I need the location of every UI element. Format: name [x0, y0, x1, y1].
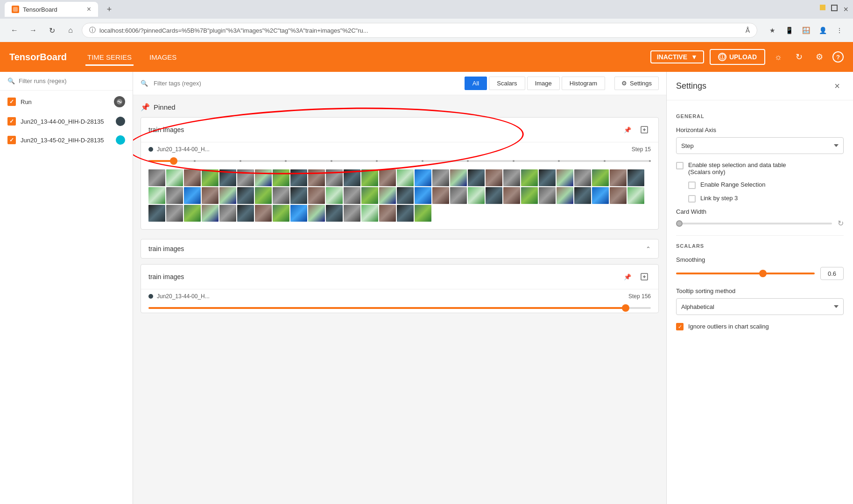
filter-histogram-button[interactable]: Histogram [562, 77, 605, 90]
settings-panel-button[interactable]: ⚙ Settings [614, 77, 659, 90]
pin-card-icon-2[interactable]: 📌 [621, 270, 634, 283]
expand-card-icon-2[interactable] [638, 270, 651, 283]
step-slider-2[interactable] [148, 307, 651, 309]
extension-icon[interactable]: 📱 [783, 24, 796, 37]
address-bar[interactable]: ⓘ localhost:6006/?pinnedCards=%5B%7B"plu… [82, 23, 757, 38]
expand-card-icon-1[interactable] [638, 123, 651, 136]
home-button[interactable]: ⌂ [63, 23, 78, 38]
topnav-logo: TensorBoard [9, 52, 67, 63]
image-cell [432, 187, 449, 204]
tab-close-button[interactable]: × [87, 5, 91, 14]
ignore-outliers-checkbox[interactable] [676, 323, 684, 330]
refresh-button[interactable]: ↻ [44, 23, 59, 38]
image-cell [361, 187, 378, 204]
maximize-button[interactable] [831, 5, 838, 11]
image-cell [503, 187, 520, 204]
tab-title: TensorBoard [23, 6, 57, 13]
run-color-dot-1 [116, 117, 125, 126]
settings-close-button[interactable]: × [831, 79, 844, 92]
smoothing-slider[interactable] [676, 273, 815, 274]
link-by-step-checkbox[interactable] [688, 195, 696, 203]
image-cell [290, 169, 307, 186]
pinned-card-2: train images 📌 Jun20_13-44-00_H... [141, 264, 659, 313]
profile-icon[interactable]: 👤 [816, 24, 829, 37]
address-info-icon: ⓘ [89, 26, 96, 35]
menu-icon[interactable]: ⋮ [833, 24, 846, 37]
tab-favicon [12, 6, 19, 13]
step-dot [513, 160, 515, 162]
tooltip-sort-select[interactable]: Alphabetical Default Descending Nearest [676, 298, 844, 315]
image-cell [521, 169, 538, 186]
step-slider-thumb-1[interactable] [170, 157, 177, 165]
step-dot [649, 160, 651, 162]
run-item-1[interactable]: Jun20_13-44-00_HIH-D-28135 [7, 117, 125, 126]
image-cell [344, 169, 360, 186]
nav-time-series[interactable]: TIME SERIES [85, 49, 134, 65]
run-palette-0[interactable] [114, 96, 125, 107]
image-cell [166, 187, 183, 204]
pin-card-icon-1[interactable]: 📌 [621, 123, 634, 136]
enable-range-checkbox[interactable] [688, 182, 696, 189]
run-checkbox-1[interactable] [7, 117, 16, 126]
bookmark-icon[interactable]: ★ [766, 24, 779, 37]
step-slider-fill-2 [148, 307, 626, 309]
refresh-app-icon[interactable]: ↻ [791, 49, 806, 64]
step-slider-thumb-2[interactable] [622, 304, 629, 312]
step-slider-1[interactable] [148, 160, 651, 162]
run-item-0[interactable]: Run [7, 96, 125, 107]
help-icon[interactable]: ? [832, 51, 844, 63]
image-cell [415, 205, 431, 222]
enable-step-checkbox[interactable] [676, 162, 684, 169]
tag-filter-input[interactable] [154, 80, 459, 87]
run-checkbox-0[interactable] [7, 98, 16, 106]
image-cell [468, 187, 485, 204]
filter-image-button[interactable]: Image [527, 77, 560, 90]
filter-all-button[interactable]: All [465, 77, 487, 90]
image-cell [273, 187, 289, 204]
filter-scalars-button[interactable]: Scalars [489, 77, 525, 90]
browser-titlebar: TensorBoard × + × [0, 0, 853, 19]
run-filter-input[interactable] [19, 77, 125, 84]
section-collapse-header[interactable]: train images ⌃ [141, 239, 659, 259]
image-cell [415, 187, 431, 204]
new-tab-button[interactable]: + [103, 3, 116, 16]
card-width-slider[interactable] [676, 223, 832, 224]
image-cell [290, 205, 307, 222]
run-item-2[interactable]: Jun20_13-45-02_HIH-D-28135 [7, 135, 125, 145]
extensions-icon[interactable]: 🪟 [799, 24, 812, 37]
forward-button[interactable]: → [26, 23, 41, 38]
smoothing-value[interactable]: 0.6 [820, 267, 844, 280]
theme-icon[interactable]: ☼ [771, 49, 786, 64]
minimize-button[interactable] [820, 5, 825, 10]
inactive-dropdown[interactable]: INACTIVE ▼ [650, 50, 704, 63]
center-panel: 🔍 All Scalars Image Histogram ⚙ Settings [133, 72, 666, 504]
image-cell [184, 169, 201, 186]
settings-icon[interactable]: ⚙ [812, 49, 827, 64]
smoothing-row: Smoothing 0.6 [676, 256, 844, 280]
run-indicator-1: Jun20_13-44-00_H... Step 15 [141, 142, 658, 156]
image-cell [450, 187, 467, 204]
back-button[interactable]: ← [7, 23, 22, 38]
pinned-card-1: train images 📌 Jun20_13-44-00_H... [141, 117, 659, 230]
nav-images[interactable]: IMAGES [148, 49, 178, 65]
card-width-reset-icon[interactable]: ↻ [838, 219, 844, 228]
main-content: 🔍 Run Jun20_13-44-00_HIH-D-28135 [0, 72, 853, 504]
ignore-outliers-row: Ignore outliers in chart scaling [676, 322, 844, 330]
filter-search-icon: 🔍 [141, 80, 148, 87]
close-browser-button[interactable]: × [843, 5, 848, 14]
step-dot [558, 160, 560, 162]
image-cell [486, 169, 502, 186]
card-width-thumb[interactable] [676, 220, 683, 227]
image-cell [627, 169, 644, 186]
browser-tab[interactable]: TensorBoard × [5, 2, 98, 17]
card-header-2: train images 📌 [141, 265, 658, 289]
horizontal-axis-select[interactable]: Step Relative Wall [676, 137, 844, 154]
upload-button[interactable]: ⓘ UPLOAD [710, 49, 765, 65]
step-control-1 [141, 156, 658, 166]
run-checkbox-2[interactable] [7, 136, 16, 144]
run-label-1: Jun20_13-44-00_HIH-D-28135 [21, 118, 111, 125]
image-cell [219, 205, 236, 222]
image-cell [148, 205, 165, 222]
run-label-2: Jun20_13-45-02_HIH-D-28135 [21, 137, 111, 144]
smoothing-thumb[interactable] [759, 270, 767, 277]
